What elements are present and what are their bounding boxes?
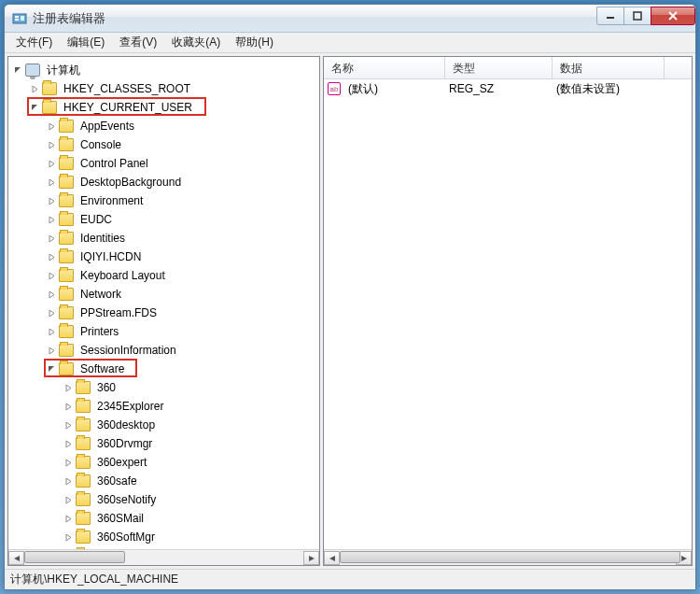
column-name[interactable]: 名称 <box>324 57 445 78</box>
values-scroll-thumb[interactable] <box>340 551 680 563</box>
values-list[interactable]: ab(默认)REG_SZ(数值未设置) <box>324 79 692 549</box>
tree-node-360[interactable]: 360 <box>8 378 319 397</box>
tree-node-360softmgr[interactable]: 360SoftMgr <box>8 528 319 546</box>
tree-label: 360SMail <box>94 511 147 526</box>
menu-edit[interactable]: 编辑(E) <box>60 33 112 52</box>
tree-hscrollbar[interactable]: ◂ ▸ <box>8 549 319 565</box>
tree-node-appevents[interactable]: AppEvents <box>8 117 319 135</box>
tree-node-environment[interactable]: Environment <box>8 191 319 210</box>
folder-icon <box>59 176 74 189</box>
tree-label: AppEvents <box>77 119 137 134</box>
expand-icon[interactable] <box>46 307 57 318</box>
value-row[interactable]: ab(默认)REG_SZ(数值未设置) <box>324 79 692 98</box>
tree-label: Environment <box>77 193 146 208</box>
expand-icon[interactable] <box>63 531 74 543</box>
menu-view[interactable]: 查看(V) <box>112 33 164 52</box>
expand-icon[interactable] <box>63 382 74 393</box>
expand-icon[interactable] <box>63 475 74 487</box>
tree-node-identities[interactable]: Identities <box>8 229 319 248</box>
tree-node-printers[interactable]: Printers <box>8 322 319 341</box>
expand-icon[interactable] <box>46 139 57 150</box>
cell-name: (默认) <box>344 81 445 97</box>
title-bar[interactable]: 注册表编辑器 <box>5 5 695 33</box>
expand-icon[interactable] <box>46 345 57 356</box>
menu-favorites[interactable]: 收藏夹(A) <box>164 33 228 52</box>
tree-node-2345explorer[interactable]: 2345Explorer <box>8 397 319 416</box>
expand-icon[interactable] <box>63 438 74 449</box>
expand-icon[interactable] <box>46 289 57 300</box>
column-type[interactable]: 类型 <box>445 57 553 78</box>
scroll-left-button[interactable]: ◂ <box>324 551 340 565</box>
expand-icon[interactable] <box>63 419 74 431</box>
expand-icon[interactable] <box>46 158 57 169</box>
tree-node-eudc[interactable]: EUDC <box>8 210 319 229</box>
folder-icon <box>42 82 57 95</box>
tree-node-ppstream[interactable]: PPStream.FDS <box>8 304 319 322</box>
expand-icon[interactable] <box>46 251 57 262</box>
tree-label: 360seNotify <box>94 492 159 507</box>
menu-help[interactable]: 帮助(H) <box>228 33 281 52</box>
tree-node-360desktop[interactable]: 360desktop <box>8 416 319 434</box>
tree-node-computer[interactable]: 计算机 <box>8 61 319 79</box>
status-path: 计算机\HKEY_LOCAL_MACHINE <box>10 572 178 587</box>
tree-label: Network <box>77 287 124 302</box>
folder-icon <box>76 530 91 544</box>
column-data[interactable]: 数据 <box>553 57 665 78</box>
expand-icon[interactable] <box>63 513 74 524</box>
tree-label: Identities <box>77 231 128 246</box>
expand-icon[interactable] <box>63 457 74 468</box>
scroll-left-button[interactable]: ◂ <box>8 551 24 565</box>
tree-node-360expert[interactable]: 360expert <box>8 453 319 472</box>
tree-node-sessioninfo[interactable]: SessionInformation <box>8 341 319 360</box>
window-frame: 注册表编辑器 文件(F) 编辑(E) 查看(V) 收藏夹(A) 帮助(H) 计算… <box>4 4 696 590</box>
tree-node-360drvmgr[interactable]: 360Drvmgr <box>8 434 319 453</box>
status-bar: 计算机\HKEY_LOCAL_MACHINE <box>5 569 695 589</box>
tree-label: HKEY_CLASSES_ROOT <box>61 81 193 96</box>
expand-icon[interactable] <box>29 83 40 94</box>
folder-icon <box>76 474 91 488</box>
tree-node-iqiyi[interactable]: IQIYI.HCDN <box>8 248 319 266</box>
tree-node-software[interactable]: Software <box>8 360 319 378</box>
content-area: 计算机HKEY_CLASSES_ROOTHKEY_CURRENT_USERApp… <box>5 53 695 569</box>
scroll-right-button[interactable]: ▸ <box>303 551 319 565</box>
tree-node-360smail[interactable]: 360SMail <box>8 509 319 528</box>
expand-icon[interactable] <box>46 214 57 225</box>
tree-scroll-thumb[interactable] <box>24 551 125 563</box>
menu-file[interactable]: 文件(F) <box>8 33 60 52</box>
expand-icon[interactable] <box>63 401 74 412</box>
expand-icon[interactable] <box>46 177 57 188</box>
tree-node-360wallpaper[interactable]: 360WallPaper <box>8 546 319 549</box>
close-button[interactable] <box>651 7 695 25</box>
registry-tree[interactable]: 计算机HKEY_CLASSES_ROOTHKEY_CURRENT_USERApp… <box>8 57 319 549</box>
computer-icon <box>25 64 40 77</box>
svg-rect-2 <box>15 19 19 21</box>
expand-icon[interactable] <box>63 494 74 505</box>
folder-icon <box>76 418 91 431</box>
expand-icon[interactable] <box>46 233 57 244</box>
tree-node-desktopbackground[interactable]: DesktopBackground <box>8 173 319 191</box>
tree-node-360senotify[interactable]: 360seNotify <box>8 490 319 509</box>
tree-node-controlpanel[interactable]: Control Panel <box>8 154 319 173</box>
collapse-icon[interactable] <box>46 363 57 375</box>
tree-node-console[interactable]: Console <box>8 135 319 154</box>
expand-icon[interactable] <box>46 195 57 206</box>
minimize-button[interactable] <box>596 7 624 25</box>
window-controls <box>597 7 695 27</box>
tree-label: PPStream.FDS <box>77 305 160 320</box>
tree-node-network[interactable]: Network <box>8 285 319 304</box>
tree-node-hkcu[interactable]: HKEY_CURRENT_USER <box>8 98 319 117</box>
expand-icon[interactable] <box>46 270 57 281</box>
expand-icon[interactable] <box>46 326 57 337</box>
maximize-button[interactable] <box>623 7 651 25</box>
folder-icon <box>59 138 74 151</box>
tree-node-360safe[interactable]: 360safe <box>8 472 319 490</box>
tree-node-hkcr[interactable]: HKEY_CLASSES_ROOT <box>8 79 319 98</box>
values-hscrollbar[interactable]: ◂ ▸ <box>324 549 692 565</box>
tree-node-keyboard[interactable]: Keyboard Layout <box>8 266 319 285</box>
cell-data: (数值未设置) <box>553 81 665 97</box>
tree-label: Keyboard Layout <box>77 268 168 283</box>
expand-icon[interactable] <box>46 120 57 132</box>
collapse-icon[interactable] <box>12 64 23 76</box>
collapse-icon[interactable] <box>29 102 40 113</box>
tree-label: DesktopBackground <box>77 175 184 190</box>
